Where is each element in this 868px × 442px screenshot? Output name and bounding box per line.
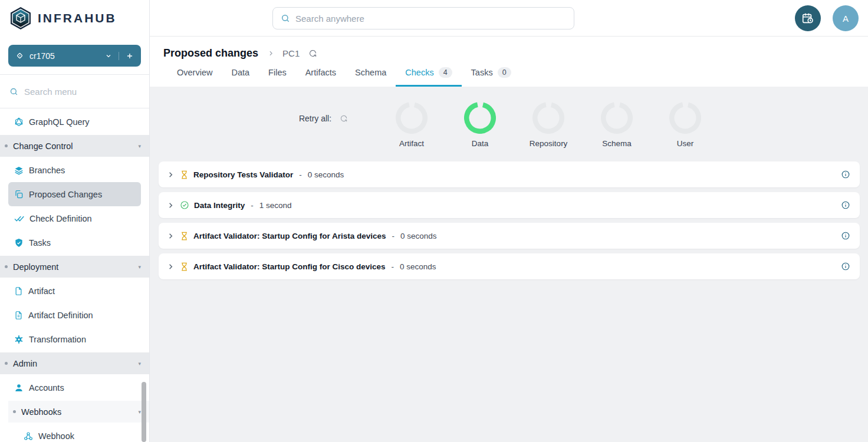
search-icon xyxy=(9,87,18,96)
validator-duration: 0 seconds xyxy=(400,232,437,240)
ring-label: Repository xyxy=(530,139,568,148)
validator-title: Artifact Validator: Startup Config for A… xyxy=(193,232,386,240)
sidebar-item-label: GraphQL Query xyxy=(29,117,90,127)
bullet-icon xyxy=(5,362,8,365)
tab-badge: 0 xyxy=(498,67,511,78)
hourglass-icon xyxy=(180,262,189,271)
progress-ring-icon xyxy=(396,102,428,134)
breadcrumb: Proposed changes PC1 xyxy=(163,47,868,60)
sidebar-item-check-definition[interactable]: Check Definition xyxy=(8,206,141,230)
page-header: Proposed changes PC1 OverviewDataFilesAr… xyxy=(150,37,868,87)
sidebar-section-change-control[interactable]: Change Control▾ xyxy=(0,135,149,157)
search-icon xyxy=(281,14,290,23)
info-icon[interactable] xyxy=(841,170,850,179)
sidebar-item-artifact-definition[interactable]: Artifact Definition xyxy=(8,303,141,327)
sidebar-menu: GraphQL QueryChange Control▾BranchesProp… xyxy=(0,108,149,442)
branch-selector[interactable]: cr1705 xyxy=(8,45,141,67)
validator-title: Data Integrity xyxy=(194,201,245,210)
expand-chevron-icon[interactable] xyxy=(166,201,175,210)
global-search-input[interactable] xyxy=(295,14,566,24)
sidebar-scrollbar[interactable] xyxy=(142,382,146,442)
branch-name: cr1705 xyxy=(29,51,55,61)
sidebar-item-label: Tasks xyxy=(29,238,51,248)
tab-label: Files xyxy=(268,68,287,77)
check-circle-icon xyxy=(180,200,189,210)
global-search[interactable] xyxy=(272,7,574,29)
sidebar-item-tasks[interactable]: Tasks xyxy=(8,230,141,255)
expand-chevron-icon[interactable] xyxy=(166,170,175,179)
sidebar-section-webhooks[interactable]: Webhooks▾ xyxy=(8,401,149,423)
progress-ring-icon xyxy=(532,102,564,134)
sidebar-item-branches[interactable]: Branches xyxy=(8,158,141,182)
check-ring-artifact[interactable]: Artifact xyxy=(377,102,446,148)
sidebar-item-artifact[interactable]: Artifact xyxy=(8,279,141,303)
tab-checks[interactable]: Checks4 xyxy=(396,67,461,87)
validator-title: Repository Tests Validator xyxy=(193,170,293,179)
avatar[interactable]: A xyxy=(833,5,859,31)
chevron-right-icon xyxy=(267,50,275,57)
sidebar-section-deployment[interactable]: Deployment▾ xyxy=(0,256,149,278)
check-ring-user[interactable]: User xyxy=(651,102,719,148)
avatar-initial: A xyxy=(843,14,849,24)
check-ring-data[interactable]: Data xyxy=(446,102,514,148)
sidebar-item-transformation[interactable]: Transformation xyxy=(8,327,141,351)
app-logo[interactable]: INFRAHUB xyxy=(0,0,149,37)
chevron-down-icon xyxy=(105,52,112,60)
app: INFRAHUB cr1705 xyxy=(0,0,868,442)
tab-label: Tasks xyxy=(471,68,493,77)
main-area: A Proposed changes PC1 OverviewDataFiles… xyxy=(150,0,868,442)
sidebar-item-accounts[interactable]: Accounts xyxy=(8,375,141,400)
caret-down-icon: ▾ xyxy=(138,143,141,149)
refresh-icon[interactable] xyxy=(308,49,317,58)
progress-ring-icon xyxy=(601,102,633,134)
sidebar: INFRAHUB cr1705 xyxy=(0,0,150,442)
ring-label: Schema xyxy=(602,139,632,148)
tab-badge: 4 xyxy=(439,67,452,78)
sidebar-item-webhook[interactable]: Webhook xyxy=(18,424,141,442)
double-check-icon xyxy=(14,213,24,223)
sidebar-item-graphql-query[interactable]: GraphQL Query xyxy=(8,110,141,134)
separator: - xyxy=(299,170,302,179)
validator-row-artifact-validator-startup-config-for-cisco-devices: Artifact Validator: Startup Config for C… xyxy=(159,253,860,279)
checks-panel: Retry all: Artifact Data Repository Sche… xyxy=(150,87,868,442)
plus-icon xyxy=(126,52,134,60)
tab-data[interactable]: Data xyxy=(222,67,259,87)
sidebar-section-admin[interactable]: Admin▾ xyxy=(0,352,149,374)
tab-overview[interactable]: Overview xyxy=(167,67,222,87)
tab-label: Artifacts xyxy=(305,68,336,77)
tab-schema[interactable]: Schema xyxy=(346,67,396,87)
sidebar-item-label: Artifact xyxy=(28,286,55,296)
check-ring-schema[interactable]: Schema xyxy=(583,102,651,148)
time-travel-button[interactable] xyxy=(795,5,821,31)
progress-ring-icon xyxy=(464,102,496,134)
tab-bar: OverviewDataFilesArtifactsSchemaChecks4T… xyxy=(163,67,868,87)
menu-search-input[interactable] xyxy=(24,87,124,97)
create-branch-button[interactable] xyxy=(119,52,134,60)
validator-duration: 0 seconds xyxy=(308,170,344,179)
branch-selector-row: cr1705 xyxy=(0,37,149,75)
sidebar-item-proposed-changes[interactable]: Proposed Changes xyxy=(8,182,141,206)
sidebar-item-label: Accounts xyxy=(29,383,64,392)
tab-files[interactable]: Files xyxy=(259,67,296,87)
ring-label: User xyxy=(677,139,694,148)
copy-icon xyxy=(14,190,24,199)
section-label: Webhooks xyxy=(21,407,138,417)
info-icon[interactable] xyxy=(841,200,850,210)
file-text-icon xyxy=(14,311,23,320)
progress-ring-icon xyxy=(669,102,701,134)
validator-title: Artifact Validator: Startup Config for C… xyxy=(193,262,386,271)
tab-tasks[interactable]: Tasks0 xyxy=(462,67,521,87)
info-icon[interactable] xyxy=(841,262,850,271)
tab-artifacts[interactable]: Artifacts xyxy=(296,67,346,87)
check-ring-repository[interactable]: Repository xyxy=(514,102,583,148)
info-icon[interactable] xyxy=(841,231,850,240)
refresh-icon[interactable] xyxy=(340,114,348,123)
tab-label: Checks xyxy=(405,68,433,77)
hourglass-icon xyxy=(180,170,189,179)
menu-search[interactable] xyxy=(0,75,149,108)
expand-chevron-icon[interactable] xyxy=(166,232,175,240)
ring-label: Artifact xyxy=(399,139,424,148)
expand-chevron-icon[interactable] xyxy=(166,262,175,271)
layers-icon xyxy=(14,166,24,175)
infrahub-logo-icon xyxy=(9,6,32,30)
